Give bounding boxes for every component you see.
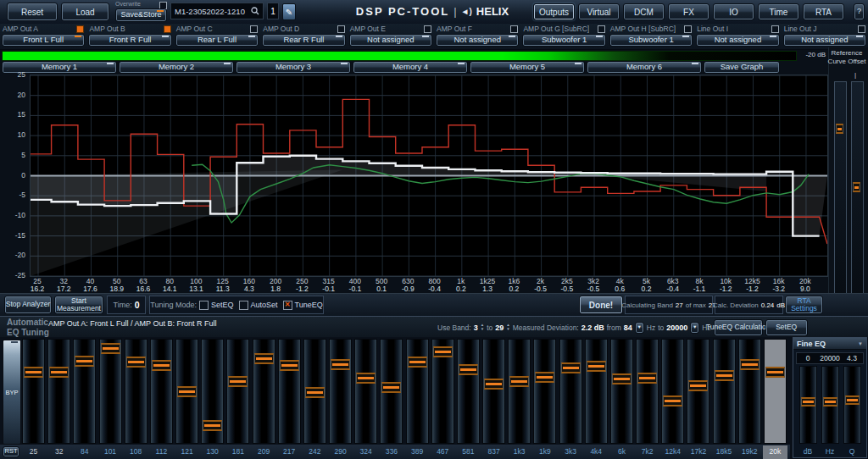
reference-curve-offset-slider[interactable] bbox=[834, 81, 847, 303]
rta-settings-button[interactable]: RTA Settings bbox=[785, 296, 823, 314]
band-from-value[interactable]: 3 bbox=[474, 324, 478, 332]
eq-band-slider-336[interactable] bbox=[380, 339, 403, 444]
memory-tab-4[interactable]: Memory 4 bbox=[353, 61, 468, 74]
band-to-value[interactable]: 29 bbox=[495, 324, 504, 332]
eq-band-handle[interactable] bbox=[126, 357, 146, 368]
eq-band-handle[interactable] bbox=[663, 395, 682, 406]
reset-button[interactable]: Reset bbox=[7, 3, 58, 21]
eq-band-slider-6k[interactable] bbox=[610, 339, 633, 444]
nav-button-fx[interactable]: FX bbox=[668, 3, 709, 20]
eq-band-slider-1k3[interactable] bbox=[508, 339, 531, 444]
band-to-stepper[interactable]: ▲▼ bbox=[506, 324, 509, 332]
tuning-mode-checkbox[interactable] bbox=[199, 301, 209, 310]
chevron-down-icon[interactable]: ▼ bbox=[858, 341, 863, 346]
eq-reset-button[interactable]: RST bbox=[3, 446, 19, 457]
tune-eq-calculation-button[interactable]: TuneEQ Calculation bbox=[714, 319, 763, 336]
tuning-mode-checkbox[interactable]: ✕ bbox=[283, 301, 292, 310]
channel-assignment-button[interactable]: Not assigned bbox=[349, 34, 432, 47]
help-button[interactable]: ? bbox=[854, 3, 865, 20]
channel-assignment-button[interactable]: Front L Full bbox=[2, 34, 85, 47]
set-eq-button[interactable]: SetEQ bbox=[765, 319, 808, 336]
channel-checkbox[interactable] bbox=[684, 25, 692, 33]
eq-band-handle[interactable] bbox=[637, 373, 657, 384]
channel-assignment-button[interactable]: Subwoofer 1 bbox=[609, 34, 693, 47]
fine-eq-header[interactable]: Fine EQ ▼ bbox=[793, 338, 866, 350]
channel-assignment-button[interactable]: Not assigned bbox=[436, 34, 519, 47]
eq-band-handle[interactable] bbox=[459, 364, 478, 375]
fine-eq-handle[interactable] bbox=[823, 397, 837, 406]
frequency-response-graph[interactable] bbox=[30, 75, 828, 277]
eq-band-slider-209[interactable] bbox=[253, 339, 275, 444]
eq-band-slider-20k[interactable] bbox=[764, 339, 787, 444]
eq-band-slider-84[interactable] bbox=[73, 339, 96, 444]
channel-checkbox[interactable] bbox=[771, 25, 779, 33]
eq-band-slider-17k2[interactable] bbox=[687, 339, 709, 444]
eq-band-slider-181[interactable] bbox=[226, 339, 249, 444]
eq-band-handle[interactable] bbox=[101, 343, 120, 354]
eq-band-handle[interactable] bbox=[381, 382, 401, 393]
eq-band-handle[interactable] bbox=[587, 361, 606, 372]
eq-band-slider-121[interactable] bbox=[175, 339, 198, 444]
channel-checkbox[interactable] bbox=[858, 25, 865, 33]
eq-band-handle[interactable] bbox=[765, 367, 785, 378]
channel-assignment-button[interactable]: Not assigned bbox=[783, 34, 866, 47]
eq-band-handle[interactable] bbox=[152, 360, 171, 371]
eq-band-slider-18k5[interactable] bbox=[713, 339, 736, 444]
fine-eq-slider-hz[interactable] bbox=[821, 366, 839, 444]
measurement-offset-handle[interactable] bbox=[853, 182, 860, 192]
preset-number-field[interactable]: 1 bbox=[267, 3, 279, 19]
eq-band-slider-837[interactable] bbox=[482, 339, 505, 444]
channel-checkbox[interactable] bbox=[424, 25, 431, 33]
eq-band-slider-32[interactable] bbox=[47, 339, 70, 444]
eq-band-handle[interactable] bbox=[305, 387, 325, 398]
start-measurement-button[interactable]: Start Measurement bbox=[54, 296, 103, 314]
eq-bypass-button[interactable]: BYP bbox=[3, 340, 21, 445]
channel-checkbox[interactable] bbox=[598, 25, 605, 33]
memory-tab-6[interactable]: Memory 6 bbox=[587, 61, 702, 74]
eq-band-slider-108[interactable] bbox=[125, 339, 147, 444]
save-store-button[interactable]: Save&Store bbox=[115, 8, 167, 22]
nav-button-dcm[interactable]: DCM bbox=[623, 3, 665, 20]
search-icon[interactable] bbox=[251, 7, 259, 15]
save-graph-button[interactable]: Save Graph bbox=[704, 61, 780, 74]
eq-band-handle[interactable] bbox=[75, 356, 94, 367]
channel-checkbox[interactable] bbox=[76, 25, 84, 33]
tuning-mode-tuneeq[interactable]: ✕TuneEQ bbox=[283, 301, 323, 310]
eq-band-handle[interactable] bbox=[535, 372, 554, 383]
eq-band-handle[interactable] bbox=[331, 359, 350, 370]
channel-assignment-button[interactable]: Rear L Full bbox=[175, 34, 259, 47]
channel-assignment-button[interactable]: Not assigned bbox=[696, 34, 779, 47]
channel-checkbox[interactable] bbox=[510, 25, 518, 33]
eq-band-slider-389[interactable] bbox=[406, 339, 429, 444]
nav-button-time[interactable]: Time bbox=[758, 3, 799, 20]
eq-band-handle[interactable] bbox=[433, 346, 453, 357]
eq-band-handle[interactable] bbox=[715, 370, 734, 381]
eq-band-handle[interactable] bbox=[177, 386, 197, 397]
eq-band-handle[interactable] bbox=[688, 380, 708, 391]
nav-button-io[interactable]: IO bbox=[713, 3, 754, 20]
nav-button-rta[interactable]: RTA bbox=[803, 3, 844, 20]
eq-band-slider-3k3[interactable] bbox=[559, 339, 582, 444]
eq-band-handle[interactable] bbox=[254, 353, 274, 364]
eq-band-slider-324[interactable] bbox=[354, 339, 377, 444]
done-button[interactable]: Done! bbox=[579, 296, 623, 314]
eq-band-handle[interactable] bbox=[24, 367, 43, 378]
eq-band-slider-1k9[interactable] bbox=[533, 339, 556, 444]
channel-checkbox[interactable] bbox=[337, 25, 345, 33]
fine-eq-slider-db[interactable] bbox=[799, 366, 817, 444]
measurement-curve-offset-slider[interactable] bbox=[851, 81, 864, 303]
freq-from-value[interactable]: 84 bbox=[624, 324, 632, 332]
channel-assignment-button[interactable]: Rear R Full bbox=[262, 34, 345, 47]
eq-band-slider-112[interactable] bbox=[150, 339, 173, 444]
fine-eq-slider-q[interactable] bbox=[843, 366, 861, 444]
channel-assignment-button[interactable]: Front R Full bbox=[88, 34, 171, 47]
channel-checkbox[interactable] bbox=[250, 25, 258, 33]
eq-band-handle[interactable] bbox=[484, 379, 504, 390]
eq-band-slider-7k2[interactable] bbox=[636, 339, 659, 444]
eq-band-slider-130[interactable] bbox=[201, 339, 224, 444]
eq-band-handle[interactable] bbox=[561, 362, 581, 373]
tuning-mode-autoset[interactable]: AutoSet bbox=[239, 301, 278, 310]
fine-eq-handle[interactable] bbox=[801, 397, 815, 406]
nav-button-virtual[interactable]: Virtual bbox=[578, 3, 620, 20]
eq-band-slider-4k4[interactable] bbox=[585, 339, 608, 444]
